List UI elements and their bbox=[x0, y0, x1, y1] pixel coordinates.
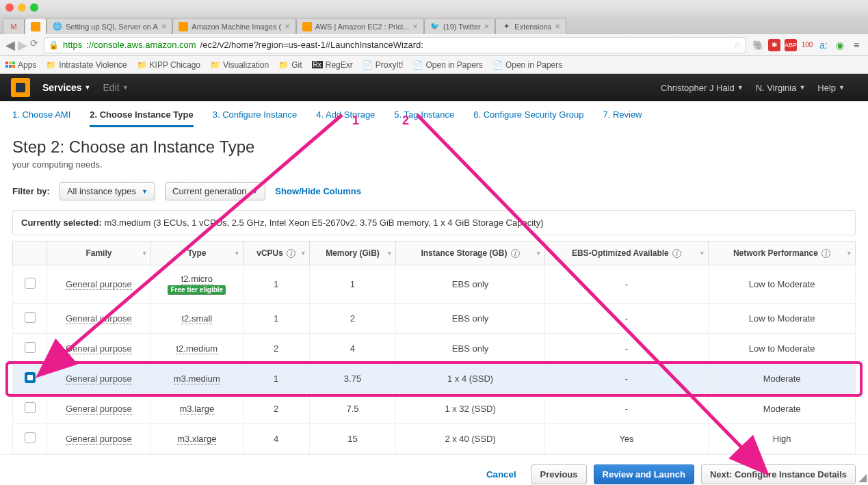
address-bar-row: ◀ ▶ ⟳ 🔒 https://console.aws.amazon.com/e… bbox=[0, 34, 868, 56]
apps-button[interactable]: Apps bbox=[5, 60, 36, 70]
address-bar[interactable]: 🔒 https://console.aws.amazon.com/ec2/v2/… bbox=[44, 37, 746, 53]
sort-icon: ▾ bbox=[302, 250, 305, 257]
region-menu[interactable]: N. Virginia ▼ bbox=[756, 83, 806, 93]
row-checkbox[interactable] bbox=[25, 372, 36, 383]
col-vcpus[interactable]: vCPUs i▾ bbox=[243, 241, 309, 265]
table-row[interactable]: General purposem3.xlarge4152 x 40 (SSD)Y… bbox=[13, 424, 856, 454]
cell-family: General purpose bbox=[47, 304, 151, 334]
resize-handle-icon[interactable]: ◢ bbox=[858, 471, 867, 484]
regexr-icon: Rx bbox=[312, 61, 323, 68]
forward-icon[interactable]: ▶ bbox=[18, 38, 27, 53]
chevron-down-icon: ▼ bbox=[142, 188, 148, 195]
cancel-button[interactable]: Cancel bbox=[478, 465, 525, 484]
col-network[interactable]: Network Performance i▾ bbox=[709, 241, 856, 265]
edit-menu[interactable]: Edit ▼ bbox=[103, 82, 129, 93]
review-launch-button[interactable]: Review and Launch bbox=[594, 464, 694, 484]
table-row[interactable]: General purposet2.small12EBS only-Low to… bbox=[13, 304, 856, 334]
row-checkbox[interactable] bbox=[25, 342, 36, 353]
user-menu[interactable]: Christopher J Haid ▼ bbox=[661, 83, 744, 93]
cell-type: t2.medium bbox=[150, 334, 243, 364]
help-menu[interactable]: Help ▼ bbox=[817, 83, 845, 93]
tab-label: Amazon Machine Images ( bbox=[192, 23, 281, 31]
info-icon[interactable]: i bbox=[287, 249, 295, 258]
close-tab-icon[interactable]: × bbox=[161, 21, 167, 31]
back-icon[interactable]: ◀ bbox=[5, 38, 15, 53]
cell-family: General purpose bbox=[47, 334, 151, 364]
browser-tab[interactable]: AWS | Amazon EC2 : Prici...× bbox=[296, 18, 424, 34]
previous-button[interactable]: Previous bbox=[531, 464, 587, 484]
evernote-icon[interactable]: 🐘 bbox=[752, 39, 764, 51]
ext-icon[interactable]: a: bbox=[817, 39, 830, 51]
lock-icon: 🔒 bbox=[49, 40, 59, 50]
info-icon[interactable]: i bbox=[511, 249, 520, 258]
col-family[interactable]: Family▾ bbox=[47, 241, 151, 265]
minimize-window-icon[interactable] bbox=[18, 3, 26, 12]
bookmark-folder[interactable]: 📁KIPP Chicago bbox=[137, 60, 201, 70]
show-hide-columns-link[interactable]: Show/Hide Columns bbox=[275, 186, 361, 196]
row-checkbox[interactable] bbox=[25, 432, 36, 443]
close-tab-icon[interactable]: × bbox=[555, 21, 560, 31]
reload-icon[interactable]: ⟳ bbox=[30, 38, 38, 53]
bookmark-folder[interactable]: 📁Intrastate Violence bbox=[46, 60, 127, 70]
col-memory[interactable]: Memory (GiB)▾ bbox=[309, 241, 396, 265]
browser-tab[interactable]: Amazon Machine Images (× bbox=[172, 18, 295, 34]
window-controls[interactable] bbox=[5, 3, 38, 12]
bookmark-item[interactable]: 📄ProxyIt! bbox=[363, 60, 404, 70]
bookmark-item[interactable]: 📄Open in Papers bbox=[412, 60, 482, 70]
close-tab-icon[interactable]: × bbox=[412, 21, 418, 31]
cell-ebs: - bbox=[544, 304, 708, 334]
sort-icon: ▾ bbox=[388, 250, 391, 257]
chevron-down-icon: ▼ bbox=[122, 84, 129, 91]
services-menu[interactable]: Services ▼ bbox=[42, 82, 91, 93]
browser-tab[interactable]: M bbox=[3, 18, 25, 34]
cell-storage: 2 x 40 (SSD) bbox=[396, 424, 545, 454]
row-checkbox[interactable] bbox=[25, 402, 36, 413]
close-window-icon[interactable] bbox=[5, 3, 14, 12]
info-icon[interactable]: i bbox=[821, 249, 830, 258]
bookmark-item[interactable]: 📄Open in Papers bbox=[492, 60, 562, 70]
wizard-tab-storage[interactable]: 4. Add Storage bbox=[316, 109, 375, 127]
bookmark-folder[interactable]: 📁Git bbox=[278, 60, 302, 70]
browser-tab[interactable]: 🐦(19) Twitter× bbox=[424, 18, 495, 34]
filter-generation[interactable]: Current generation▼ bbox=[165, 182, 265, 200]
cell-family: General purpose bbox=[47, 364, 151, 394]
bookmark-folder[interactable]: 📁Visualization bbox=[210, 60, 269, 70]
ext-icon[interactable]: ◉ bbox=[834, 39, 846, 51]
bookmark-item[interactable]: RxRegExr bbox=[312, 60, 353, 70]
row-checkbox[interactable] bbox=[25, 312, 36, 323]
ext-icon[interactable]: ✱ bbox=[768, 39, 780, 51]
wizard-tab-security[interactable]: 6. Configure Security Group bbox=[473, 109, 583, 127]
cell-vcpu: 1 bbox=[243, 364, 309, 394]
close-tab-icon[interactable]: × bbox=[285, 21, 290, 31]
next-button[interactable]: Next: Configure Instance Details bbox=[701, 464, 856, 484]
filter-instance-types[interactable]: All instance types▼ bbox=[60, 182, 155, 200]
table-row[interactable]: General purposem3.medium13.751 x 4 (SSD)… bbox=[13, 364, 856, 394]
browser-tab[interactable] bbox=[25, 18, 47, 34]
adblock-icon[interactable]: ABP bbox=[785, 39, 797, 51]
table-row[interactable]: General purposet2.medium24EBS only-Low t… bbox=[13, 334, 856, 364]
table-row[interactable]: General purposem3.large27.51 x 32 (SSD)-… bbox=[13, 394, 856, 424]
col-type[interactable]: Type▾ bbox=[150, 241, 243, 265]
cell-type: m3.xlarge bbox=[150, 424, 243, 454]
wizard-tab-configure[interactable]: 3. Configure Instance bbox=[213, 109, 298, 127]
ext-icon[interactable]: 100 bbox=[801, 39, 813, 51]
wizard-tab-review[interactable]: 7. Review bbox=[603, 109, 642, 127]
col-ebs[interactable]: EBS-Optimized Available i▾ bbox=[544, 241, 708, 265]
table-row[interactable]: General purposet2.microFree tier eligibl… bbox=[13, 265, 856, 304]
info-icon[interactable]: i bbox=[672, 249, 681, 258]
chevron-down-icon: ▼ bbox=[737, 84, 744, 91]
close-tab-icon[interactable]: × bbox=[484, 21, 490, 31]
aws-logo-icon[interactable] bbox=[11, 78, 30, 97]
zoom-window-icon[interactable] bbox=[30, 3, 38, 12]
row-checkbox[interactable] bbox=[25, 278, 36, 289]
browser-tab[interactable]: ✦Extensions× bbox=[495, 18, 566, 34]
wizard-tab-ami[interactable]: 1. Choose AMI bbox=[12, 109, 70, 127]
cell-type: m3.medium bbox=[150, 364, 243, 394]
browser-tab[interactable]: 🌐Setting up SQL Server on A× bbox=[47, 18, 172, 34]
page-icon: 📄 bbox=[363, 60, 373, 70]
menu-icon[interactable]: ≡ bbox=[850, 39, 863, 51]
col-storage[interactable]: Instance Storage (GB) i▾ bbox=[396, 241, 545, 265]
wizard-tab-instance-type[interactable]: 2. Choose Instance Type bbox=[90, 109, 193, 127]
page-icon: 📄 bbox=[492, 60, 503, 70]
bookmark-star-icon[interactable]: ☆ bbox=[733, 40, 741, 50]
